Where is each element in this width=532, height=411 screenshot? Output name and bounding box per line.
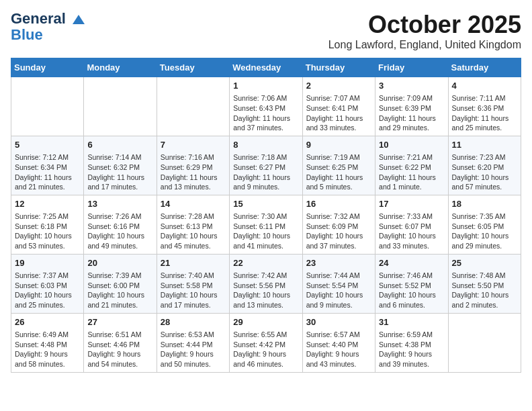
day-info: Sunrise: 6:53 AM Sunset: 4:44 PM Dayligh… xyxy=(161,330,226,369)
day-header-saturday: Saturday xyxy=(448,58,521,77)
day-cell: 17Sunrise: 7:33 AM Sunset: 6:07 PM Dayli… xyxy=(375,195,448,254)
day-info: Sunrise: 7:30 AM Sunset: 6:11 PM Dayligh… xyxy=(233,212,298,251)
day-number: 3 xyxy=(379,80,444,92)
day-cell: 19Sunrise: 7:37 AM Sunset: 6:03 PM Dayli… xyxy=(11,254,84,313)
week-row-3: 12Sunrise: 7:25 AM Sunset: 6:18 PM Dayli… xyxy=(11,195,521,254)
day-info: Sunrise: 6:55 AM Sunset: 4:42 PM Dayligh… xyxy=(233,330,298,369)
day-cell: 12Sunrise: 7:25 AM Sunset: 6:18 PM Dayli… xyxy=(11,195,84,254)
day-number: 10 xyxy=(379,139,444,151)
day-cell: 13Sunrise: 7:26 AM Sunset: 6:16 PM Dayli… xyxy=(84,195,157,254)
day-cell: 24Sunrise: 7:46 AM Sunset: 5:52 PM Dayli… xyxy=(375,254,448,313)
day-cell: 5Sunrise: 7:12 AM Sunset: 6:34 PM Daylig… xyxy=(11,136,84,195)
day-info: Sunrise: 7:26 AM Sunset: 6:16 PM Dayligh… xyxy=(87,212,152,251)
day-cell xyxy=(11,77,84,136)
page-header: General Blue October 2025 Long Lawford, … xyxy=(11,11,521,51)
day-info: Sunrise: 7:39 AM Sunset: 6:00 PM Dayligh… xyxy=(87,271,152,310)
day-info: Sunrise: 6:51 AM Sunset: 4:46 PM Dayligh… xyxy=(87,330,152,369)
day-cell: 15Sunrise: 7:30 AM Sunset: 6:11 PM Dayli… xyxy=(230,195,302,254)
day-number: 30 xyxy=(306,316,371,328)
day-cell: 26Sunrise: 6:49 AM Sunset: 4:48 PM Dayli… xyxy=(11,313,84,372)
day-cell: 16Sunrise: 7:32 AM Sunset: 6:09 PM Dayli… xyxy=(302,195,375,254)
location-subtitle: Long Lawford, England, United Kingdom xyxy=(328,39,521,51)
day-cell: 28Sunrise: 6:53 AM Sunset: 4:44 PM Dayli… xyxy=(157,313,229,372)
day-header-monday: Monday xyxy=(84,58,157,77)
week-row-5: 26Sunrise: 6:49 AM Sunset: 4:48 PM Dayli… xyxy=(11,313,521,372)
day-info: Sunrise: 7:44 AM Sunset: 5:54 PM Dayligh… xyxy=(306,271,371,310)
day-info: Sunrise: 7:42 AM Sunset: 5:56 PM Dayligh… xyxy=(233,271,298,310)
day-number: 11 xyxy=(452,139,517,151)
day-info: Sunrise: 7:19 AM Sunset: 6:25 PM Dayligh… xyxy=(306,152,371,192)
day-cell: 3Sunrise: 7:09 AM Sunset: 6:39 PM Daylig… xyxy=(375,77,448,136)
day-info: Sunrise: 7:21 AM Sunset: 6:22 PM Dayligh… xyxy=(379,152,444,192)
day-cell: 21Sunrise: 7:40 AM Sunset: 5:58 PM Dayli… xyxy=(157,254,229,313)
day-number: 31 xyxy=(379,316,444,328)
day-info: Sunrise: 7:06 AM Sunset: 6:43 PM Dayligh… xyxy=(233,93,298,133)
day-number: 29 xyxy=(233,316,298,328)
day-info: Sunrise: 7:33 AM Sunset: 6:07 PM Dayligh… xyxy=(379,212,444,251)
day-cell: 25Sunrise: 7:48 AM Sunset: 5:50 PM Dayli… xyxy=(448,254,521,313)
calendar-table: SundayMondayTuesdayWednesdayThursdayFrid… xyxy=(11,58,521,373)
day-info: Sunrise: 6:49 AM Sunset: 4:48 PM Dayligh… xyxy=(15,330,80,369)
week-row-1: 1Sunrise: 7:06 AM Sunset: 6:43 PM Daylig… xyxy=(11,77,521,136)
day-info: Sunrise: 7:07 AM Sunset: 6:41 PM Dayligh… xyxy=(306,93,371,133)
day-info: Sunrise: 6:59 AM Sunset: 4:38 PM Dayligh… xyxy=(379,330,444,369)
day-number: 26 xyxy=(15,316,80,328)
day-number: 9 xyxy=(306,139,371,151)
day-number: 4 xyxy=(452,80,517,92)
logo-blue: Blue xyxy=(11,27,86,43)
day-info: Sunrise: 7:35 AM Sunset: 6:05 PM Dayligh… xyxy=(452,212,517,251)
day-info: Sunrise: 7:37 AM Sunset: 6:03 PM Dayligh… xyxy=(15,271,80,310)
day-number: 15 xyxy=(233,198,298,210)
day-number: 8 xyxy=(233,139,298,151)
day-cell: 4Sunrise: 7:11 AM Sunset: 6:36 PM Daylig… xyxy=(448,77,521,136)
day-cell xyxy=(448,313,521,372)
day-cell: 1Sunrise: 7:06 AM Sunset: 6:43 PM Daylig… xyxy=(230,77,302,136)
day-number: 17 xyxy=(379,198,444,210)
day-header-tuesday: Tuesday xyxy=(157,58,229,77)
day-number: 28 xyxy=(161,316,226,328)
day-header-thursday: Thursday xyxy=(302,58,375,77)
day-number: 20 xyxy=(87,257,152,269)
day-cell: 27Sunrise: 6:51 AM Sunset: 4:46 PM Dayli… xyxy=(84,313,157,372)
day-cell: 8Sunrise: 7:18 AM Sunset: 6:27 PM Daylig… xyxy=(230,136,302,195)
day-info: Sunrise: 7:12 AM Sunset: 6:34 PM Dayligh… xyxy=(15,152,80,192)
day-info: Sunrise: 7:16 AM Sunset: 6:29 PM Dayligh… xyxy=(161,152,226,192)
day-number: 12 xyxy=(15,198,80,210)
day-cell: 2Sunrise: 7:07 AM Sunset: 6:41 PM Daylig… xyxy=(302,77,375,136)
day-cell: 7Sunrise: 7:16 AM Sunset: 6:29 PM Daylig… xyxy=(157,136,229,195)
day-number: 25 xyxy=(452,257,517,269)
day-info: Sunrise: 7:32 AM Sunset: 6:09 PM Dayligh… xyxy=(306,212,371,251)
day-cell xyxy=(157,77,229,136)
day-info: Sunrise: 7:28 AM Sunset: 6:13 PM Dayligh… xyxy=(161,212,226,251)
week-row-4: 19Sunrise: 7:37 AM Sunset: 6:03 PM Dayli… xyxy=(11,254,521,313)
day-number: 2 xyxy=(306,80,371,92)
week-row-2: 5Sunrise: 7:12 AM Sunset: 6:34 PM Daylig… xyxy=(11,136,521,195)
day-number: 6 xyxy=(87,139,152,151)
day-number: 18 xyxy=(452,198,517,210)
day-info: Sunrise: 7:18 AM Sunset: 6:27 PM Dayligh… xyxy=(233,152,298,192)
day-number: 21 xyxy=(161,257,226,269)
day-number: 5 xyxy=(15,139,80,151)
day-cell: 9Sunrise: 7:19 AM Sunset: 6:25 PM Daylig… xyxy=(302,136,375,195)
day-number: 24 xyxy=(379,257,444,269)
day-cell: 18Sunrise: 7:35 AM Sunset: 6:05 PM Dayli… xyxy=(448,195,521,254)
day-number: 1 xyxy=(233,80,298,92)
day-number: 16 xyxy=(306,198,371,210)
day-info: Sunrise: 7:46 AM Sunset: 5:52 PM Dayligh… xyxy=(379,271,444,310)
day-cell: 22Sunrise: 7:42 AM Sunset: 5:56 PM Dayli… xyxy=(230,254,302,313)
logo-icon xyxy=(71,12,86,27)
day-cell: 11Sunrise: 7:23 AM Sunset: 6:20 PM Dayli… xyxy=(448,136,521,195)
day-cell: 10Sunrise: 7:21 AM Sunset: 6:22 PM Dayli… xyxy=(375,136,448,195)
day-cell: 30Sunrise: 6:57 AM Sunset: 4:40 PM Dayli… xyxy=(302,313,375,372)
day-cell xyxy=(84,77,157,136)
day-info: Sunrise: 7:11 AM Sunset: 6:36 PM Dayligh… xyxy=(452,93,517,133)
day-header-friday: Friday xyxy=(375,58,448,77)
day-number: 7 xyxy=(161,139,226,151)
calendar-header-row: SundayMondayTuesdayWednesdayThursdayFrid… xyxy=(11,58,521,77)
day-number: 27 xyxy=(87,316,152,328)
day-info: Sunrise: 7:23 AM Sunset: 6:20 PM Dayligh… xyxy=(452,152,517,192)
day-cell: 23Sunrise: 7:44 AM Sunset: 5:54 PM Dayli… xyxy=(302,254,375,313)
day-cell: 20Sunrise: 7:39 AM Sunset: 6:00 PM Dayli… xyxy=(84,254,157,313)
logo: General Blue xyxy=(11,11,86,43)
day-cell: 29Sunrise: 6:55 AM Sunset: 4:42 PM Dayli… xyxy=(230,313,302,372)
